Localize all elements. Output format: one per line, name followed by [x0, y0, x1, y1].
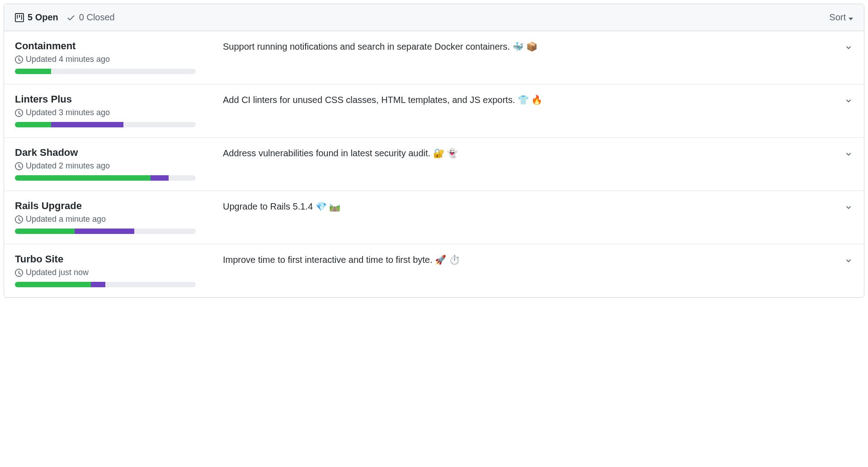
progress-bar — [15, 282, 196, 287]
chevron-down-icon — [844, 203, 853, 212]
chevron-down-icon — [844, 43, 853, 52]
projects-list: 5 Open 0 Closed Sort Containment — [4, 4, 864, 298]
expand-toggle[interactable] — [844, 147, 853, 159]
project-meta: Updated 4 minutes ago — [15, 55, 223, 64]
progress-purple — [151, 175, 169, 181]
project-description: Add CI linters for unused CSS classes, H… — [223, 93, 844, 105]
progress-purple — [51, 122, 123, 127]
expand-toggle[interactable] — [844, 253, 853, 265]
list-header: 5 Open 0 Closed Sort — [4, 4, 864, 31]
project-meta: Updated 2 minutes ago — [15, 161, 223, 171]
chevron-down-icon — [844, 149, 853, 159]
project-description: Support running notifications and search… — [223, 40, 844, 52]
project-description: Upgrade to Rails 5.1.4 💎 🛤️ — [223, 200, 844, 212]
project-meta: Updated just now — [15, 268, 223, 277]
expand-toggle[interactable] — [844, 40, 853, 52]
project-updated: Updated 4 minutes ago — [26, 55, 110, 64]
progress-green — [15, 282, 91, 287]
progress-bar — [15, 69, 196, 74]
clock-icon — [15, 109, 23, 117]
project-icon — [15, 13, 24, 22]
chevron-down-icon — [844, 96, 853, 105]
progress-purple — [75, 229, 134, 234]
project-left: Containment Updated 4 minutes ago — [15, 40, 223, 74]
progress-green — [15, 69, 51, 74]
project-title[interactable]: Containment — [15, 40, 223, 52]
project-left: Linters Plus Updated 3 minutes ago — [15, 93, 223, 127]
project-title[interactable]: Rails Upgrade — [15, 200, 223, 212]
progress-green — [15, 122, 51, 127]
progress-purple — [91, 282, 105, 287]
project-meta: Updated 3 minutes ago — [15, 108, 223, 117]
progress-green — [15, 229, 75, 234]
project-title[interactable]: Linters Plus — [15, 93, 223, 105]
project-row: Dark Shadow Updated 2 minutes ago Addres… — [4, 138, 864, 191]
closed-tab-label: 0 Closed — [79, 12, 115, 23]
project-description: Improve time to first interactive and ti… — [223, 253, 844, 265]
expand-toggle[interactable] — [844, 200, 853, 212]
chevron-down-icon — [844, 256, 853, 265]
project-left: Turbo Site Updated just now — [15, 253, 223, 287]
open-tab[interactable]: 5 Open — [15, 12, 58, 23]
open-tab-label: 5 Open — [28, 12, 58, 23]
progress-bar — [15, 175, 196, 181]
sort-dropdown[interactable]: Sort — [829, 12, 853, 23]
project-left: Dark Shadow Updated 2 minutes ago — [15, 147, 223, 181]
project-row: Linters Plus Updated 3 minutes ago Add C… — [4, 84, 864, 138]
caret-down-icon — [849, 12, 853, 23]
clock-icon — [15, 162, 23, 170]
sort-label: Sort — [829, 12, 846, 23]
project-updated: Updated just now — [26, 268, 89, 277]
project-updated: Updated a minute ago — [26, 215, 106, 224]
project-title[interactable]: Dark Shadow — [15, 147, 223, 159]
project-description: Address vulnerabilities found in latest … — [223, 147, 844, 159]
clock-icon — [15, 215, 23, 224]
project-row: Rails Upgrade Updated a minute ago Upgra… — [4, 191, 864, 244]
expand-toggle[interactable] — [844, 93, 853, 105]
project-updated: Updated 2 minutes ago — [26, 161, 110, 171]
project-left: Rails Upgrade Updated a minute ago — [15, 200, 223, 234]
project-updated: Updated 3 minutes ago — [26, 108, 110, 117]
header-tabs: 5 Open 0 Closed — [15, 12, 115, 23]
clock-icon — [15, 269, 23, 277]
project-row: Turbo Site Updated just now Improve time… — [4, 244, 864, 297]
project-row: Containment Updated 4 minutes ago Suppor… — [4, 31, 864, 84]
closed-tab[interactable]: 0 Closed — [66, 12, 115, 23]
clock-icon — [15, 56, 23, 64]
project-title[interactable]: Turbo Site — [15, 253, 223, 265]
project-meta: Updated a minute ago — [15, 215, 223, 224]
progress-green — [15, 175, 151, 181]
progress-bar — [15, 122, 196, 127]
check-icon — [66, 13, 75, 22]
progress-bar — [15, 229, 196, 234]
